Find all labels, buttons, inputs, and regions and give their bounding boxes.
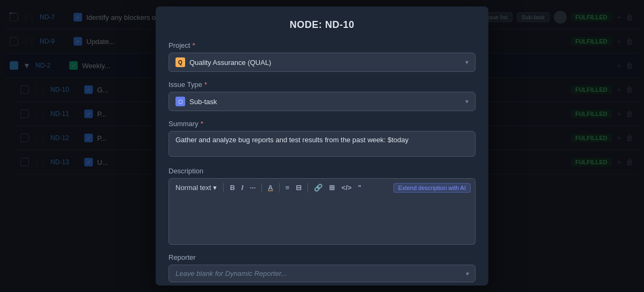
required-marker: * [201, 120, 203, 128]
chevron-down-icon: ▾ [465, 59, 469, 66]
project-field-group: Project * Q Quality Assurance (QUAL) ▾ [169, 41, 475, 72]
project-icon: Q [175, 57, 185, 67]
chevron-down-icon: ▾ [465, 270, 469, 278]
required-marker: * [192, 41, 195, 49]
table-button[interactable]: ⊞ [326, 182, 338, 193]
issue-type-value: Sub-task [189, 98, 217, 106]
issue-type-icon: ⬡ [175, 97, 185, 106]
bullet-list-button[interactable]: ≡ [283, 182, 292, 193]
modal-title: NODE: ND-10 [169, 19, 475, 31]
code-button[interactable]: </> [339, 182, 354, 193]
summary-input[interactable] [169, 131, 475, 157]
project-select[interactable]: Q Quality Assurance (QUAL) ▾ [169, 53, 475, 72]
toolbar-separator [261, 183, 262, 193]
summary-label: Summary * [169, 120, 475, 128]
toolbar-separator [279, 183, 280, 193]
modal-overlay: NODE: ND-10 Project * Q Quality Assuranc… [0, 0, 644, 292]
description-input[interactable] [169, 196, 475, 245]
toolbar-separator [308, 183, 308, 193]
project-label: Project * [169, 41, 475, 49]
ai-extend-button[interactable]: Extend description with AI [393, 183, 471, 193]
bold-button[interactable]: B [227, 182, 237, 193]
description-toolbar: Normal text ▾ B I ··· A ≡ ⊟ 🔗 ⊞ </> " Ex… [169, 178, 475, 196]
modal-dialog: NODE: ND-10 Project * Q Quality Assuranc… [156, 6, 488, 286]
description-label: Description [169, 167, 475, 175]
reporter-field-group: Reporter Leave blank for Dynamic Reporte… [169, 253, 475, 282]
reporter-placeholder: Leave blank for Dynamic Reporter... [175, 269, 287, 278]
format-label: Normal text [175, 184, 211, 192]
required-marker: * [204, 81, 207, 89]
description-section: Description Normal text ▾ B I ··· A ≡ ⊟ … [169, 167, 475, 245]
issue-type-field-group: Issue Type * ⬡ Sub-task ▾ [169, 81, 475, 111]
highlight-button[interactable]: A [265, 182, 275, 193]
reporter-select[interactable]: Leave blank for Dynamic Reporter... ▾ [169, 265, 475, 282]
quote-button[interactable]: " [355, 182, 364, 193]
more-button[interactable]: ··· [247, 182, 258, 193]
toolbar-separator [223, 183, 224, 193]
link-button[interactable]: 🔗 [311, 182, 325, 193]
numbered-list-button[interactable]: ⊟ [293, 182, 304, 193]
reporter-label: Reporter [169, 253, 475, 261]
italic-button[interactable]: I [239, 182, 246, 193]
issue-type-label: Issue Type * [169, 81, 475, 89]
issue-type-select[interactable]: ⬡ Sub-task ▾ [169, 92, 475, 111]
chevron-down-icon: ▾ [465, 98, 469, 105]
summary-field-group: Summary * [169, 120, 475, 158]
format-select[interactable]: Normal text ▾ [173, 182, 220, 193]
project-value: Quality Assurance (QUAL) [189, 59, 271, 67]
format-chevron-icon: ▾ [213, 184, 217, 192]
